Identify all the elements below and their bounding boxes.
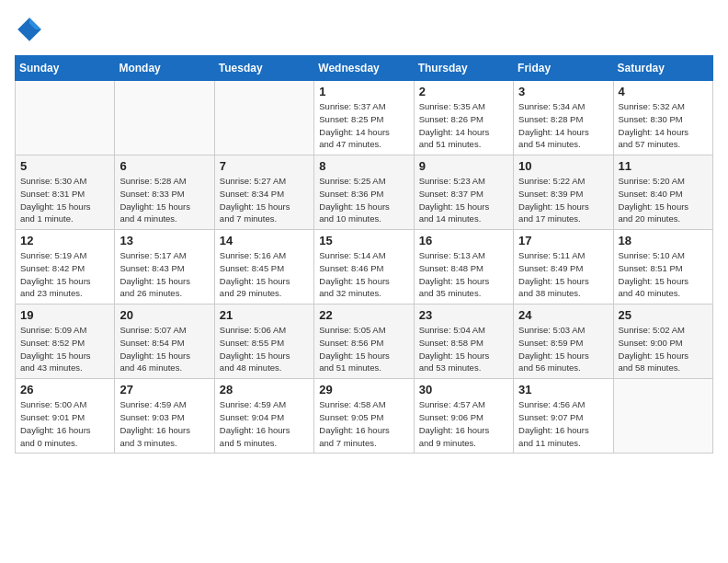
day-info: Sunrise: 5:32 AM Sunset: 8:30 PM Dayligh… <box>619 100 708 151</box>
day-number: 27 <box>119 383 209 396</box>
calendar-week-row: 12Sunrise: 5:19 AM Sunset: 8:42 PM Dayli… <box>16 230 713 304</box>
day-number: 28 <box>220 383 309 396</box>
day-number: 26 <box>20 383 109 396</box>
calendar-cell: 26Sunrise: 5:00 AM Sunset: 9:01 PM Dayli… <box>16 379 115 454</box>
calendar-cell: 12Sunrise: 5:19 AM Sunset: 8:42 PM Dayli… <box>16 230 115 304</box>
day-info: Sunrise: 5:03 AM Sunset: 8:59 PM Dayligh… <box>518 324 608 374</box>
column-header-monday: Monday <box>115 56 214 81</box>
calendar-cell <box>214 81 313 155</box>
calendar-cell: 8Sunrise: 5:25 AM Sunset: 8:36 PM Daylig… <box>314 155 414 230</box>
day-number: 11 <box>619 159 708 173</box>
day-info: Sunrise: 5:28 AM Sunset: 8:33 PM Dayligh… <box>119 175 209 225</box>
calendar-cell <box>613 379 712 454</box>
calendar-cell: 9Sunrise: 5:23 AM Sunset: 8:37 PM Daylig… <box>414 155 513 230</box>
calendar-cell: 18Sunrise: 5:10 AM Sunset: 8:51 PM Dayli… <box>613 230 712 304</box>
day-info: Sunrise: 5:02 AM Sunset: 9:00 PM Dayligh… <box>619 324 708 374</box>
calendar-table: SundayMondayTuesdayWednesdayThursdayFrid… <box>15 55 713 454</box>
day-number: 12 <box>20 234 109 247</box>
day-number: 23 <box>419 308 508 322</box>
day-number: 17 <box>518 234 608 247</box>
calendar-cell: 5Sunrise: 5:30 AM Sunset: 8:31 PM Daylig… <box>16 155 115 230</box>
calendar-cell: 25Sunrise: 5:02 AM Sunset: 9:00 PM Dayli… <box>613 304 712 379</box>
calendar-cell: 20Sunrise: 5:07 AM Sunset: 8:54 PM Dayli… <box>115 304 214 379</box>
day-number: 6 <box>119 159 209 173</box>
day-info: Sunrise: 4:57 AM Sunset: 9:06 PM Dayligh… <box>419 398 508 449</box>
day-number: 24 <box>518 308 608 322</box>
column-header-thursday: Thursday <box>414 56 513 81</box>
day-info: Sunrise: 5:14 AM Sunset: 8:46 PM Dayligh… <box>319 249 408 300</box>
day-info: Sunrise: 5:17 AM Sunset: 8:43 PM Dayligh… <box>119 249 209 300</box>
day-info: Sunrise: 5:16 AM Sunset: 8:45 PM Dayligh… <box>220 249 309 300</box>
day-info: Sunrise: 5:27 AM Sunset: 8:34 PM Dayligh… <box>220 175 309 225</box>
calendar-cell: 29Sunrise: 4:58 AM Sunset: 9:05 PM Dayli… <box>314 379 414 454</box>
day-info: Sunrise: 5:25 AM Sunset: 8:36 PM Dayligh… <box>319 175 408 225</box>
column-header-friday: Friday <box>514 56 613 81</box>
calendar-cell: 31Sunrise: 4:56 AM Sunset: 9:07 PM Dayli… <box>514 379 613 454</box>
calendar-cell <box>115 81 214 155</box>
day-info: Sunrise: 5:09 AM Sunset: 8:52 PM Dayligh… <box>20 324 109 374</box>
calendar-cell: 11Sunrise: 5:20 AM Sunset: 8:40 PM Dayli… <box>613 155 712 230</box>
day-info: Sunrise: 5:05 AM Sunset: 8:56 PM Dayligh… <box>319 324 408 374</box>
calendar-week-row: 5Sunrise: 5:30 AM Sunset: 8:31 PM Daylig… <box>16 155 713 230</box>
day-number: 29 <box>319 383 408 396</box>
calendar-cell: 6Sunrise: 5:28 AM Sunset: 8:33 PM Daylig… <box>115 155 214 230</box>
day-info: Sunrise: 4:56 AM Sunset: 9:07 PM Dayligh… <box>518 398 608 449</box>
calendar-cell: 21Sunrise: 5:06 AM Sunset: 8:55 PM Dayli… <box>214 304 313 379</box>
calendar-cell: 23Sunrise: 5:04 AM Sunset: 8:58 PM Dayli… <box>414 304 513 379</box>
calendar-cell: 13Sunrise: 5:17 AM Sunset: 8:43 PM Dayli… <box>115 230 214 304</box>
day-info: Sunrise: 5:23 AM Sunset: 8:37 PM Dayligh… <box>419 175 508 225</box>
day-info: Sunrise: 5:30 AM Sunset: 8:31 PM Dayligh… <box>20 175 109 225</box>
column-header-saturday: Saturday <box>613 56 712 81</box>
calendar-week-row: 1Sunrise: 5:37 AM Sunset: 8:25 PM Daylig… <box>16 81 713 155</box>
day-number: 20 <box>119 308 209 322</box>
calendar-cell: 17Sunrise: 5:11 AM Sunset: 8:49 PM Dayli… <box>514 230 613 304</box>
day-info: Sunrise: 5:35 AM Sunset: 8:26 PM Dayligh… <box>419 100 508 151</box>
day-number: 1 <box>319 85 408 98</box>
day-number: 5 <box>20 159 109 173</box>
calendar-cell: 16Sunrise: 5:13 AM Sunset: 8:48 PM Dayli… <box>414 230 513 304</box>
calendar-body: 1Sunrise: 5:37 AM Sunset: 8:25 PM Daylig… <box>16 81 713 454</box>
calendar-cell <box>16 81 115 155</box>
logo <box>15 15 48 44</box>
day-number: 30 <box>419 383 508 396</box>
calendar-cell: 7Sunrise: 5:27 AM Sunset: 8:34 PM Daylig… <box>214 155 313 230</box>
day-info: Sunrise: 5:07 AM Sunset: 8:54 PM Dayligh… <box>119 324 209 374</box>
day-info: Sunrise: 4:58 AM Sunset: 9:05 PM Dayligh… <box>319 398 408 449</box>
column-header-wednesday: Wednesday <box>314 56 414 81</box>
calendar-cell: 28Sunrise: 4:59 AM Sunset: 9:04 PM Dayli… <box>214 379 313 454</box>
calendar-week-row: 26Sunrise: 5:00 AM Sunset: 9:01 PM Dayli… <box>16 379 713 454</box>
calendar-cell: 2Sunrise: 5:35 AM Sunset: 8:26 PM Daylig… <box>414 81 513 155</box>
calendar-cell: 10Sunrise: 5:22 AM Sunset: 8:39 PM Dayli… <box>514 155 613 230</box>
calendar-cell: 4Sunrise: 5:32 AM Sunset: 8:30 PM Daylig… <box>613 81 712 155</box>
day-info: Sunrise: 5:11 AM Sunset: 8:49 PM Dayligh… <box>518 249 608 300</box>
day-info: Sunrise: 5:00 AM Sunset: 9:01 PM Dayligh… <box>20 398 109 449</box>
day-info: Sunrise: 5:13 AM Sunset: 8:48 PM Dayligh… <box>419 249 508 300</box>
calendar-week-row: 19Sunrise: 5:09 AM Sunset: 8:52 PM Dayli… <box>16 304 713 379</box>
day-number: 7 <box>220 159 309 173</box>
calendar-cell: 24Sunrise: 5:03 AM Sunset: 8:59 PM Dayli… <box>514 304 613 379</box>
day-number: 15 <box>319 234 408 247</box>
calendar-cell: 1Sunrise: 5:37 AM Sunset: 8:25 PM Daylig… <box>314 81 414 155</box>
calendar-cell: 19Sunrise: 5:09 AM Sunset: 8:52 PM Dayli… <box>16 304 115 379</box>
day-info: Sunrise: 5:06 AM Sunset: 8:55 PM Dayligh… <box>220 324 309 374</box>
day-info: Sunrise: 5:22 AM Sunset: 8:39 PM Dayligh… <box>518 175 608 225</box>
day-number: 31 <box>518 383 608 396</box>
day-info: Sunrise: 5:04 AM Sunset: 8:58 PM Dayligh… <box>419 324 508 374</box>
day-number: 10 <box>518 159 608 173</box>
day-number: 8 <box>319 159 408 173</box>
day-info: Sunrise: 4:59 AM Sunset: 9:03 PM Dayligh… <box>119 398 209 449</box>
day-info: Sunrise: 5:37 AM Sunset: 8:25 PM Dayligh… <box>319 100 408 151</box>
day-number: 2 <box>419 85 508 98</box>
calendar-cell: 14Sunrise: 5:16 AM Sunset: 8:45 PM Dayli… <box>214 230 313 304</box>
calendar-cell: 22Sunrise: 5:05 AM Sunset: 8:56 PM Dayli… <box>314 304 414 379</box>
day-number: 14 <box>220 234 309 247</box>
calendar-cell: 27Sunrise: 4:59 AM Sunset: 9:03 PM Dayli… <box>115 379 214 454</box>
page-header <box>15 15 713 44</box>
day-number: 13 <box>119 234 209 247</box>
calendar-cell: 15Sunrise: 5:14 AM Sunset: 8:46 PM Dayli… <box>314 230 414 304</box>
day-info: Sunrise: 4:59 AM Sunset: 9:04 PM Dayligh… <box>220 398 309 449</box>
day-info: Sunrise: 5:20 AM Sunset: 8:40 PM Dayligh… <box>619 175 708 225</box>
day-number: 21 <box>220 308 309 322</box>
day-number: 4 <box>619 85 708 98</box>
calendar-cell: 3Sunrise: 5:34 AM Sunset: 8:28 PM Daylig… <box>514 81 613 155</box>
